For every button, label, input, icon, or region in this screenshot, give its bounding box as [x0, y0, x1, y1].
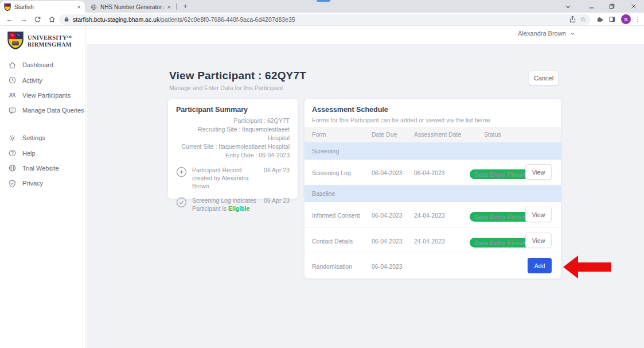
- eligible-status: Eligible: [228, 205, 249, 212]
- chat-bubble-icon: [8, 106, 17, 115]
- table-row-randomisation: Randomisation 06-04-2023 Add: [305, 253, 561, 278]
- profile-avatar[interactable]: S: [621, 14, 631, 24]
- logo-line1: UNIVERSITY: [28, 34, 67, 41]
- table-row-screening-log: Screening Log 06-04-2023 06-04-2023 Data…: [305, 160, 561, 185]
- sidebar-item-settings[interactable]: Settings: [0, 130, 86, 145]
- help-circle-icon: [8, 149, 17, 157]
- timeline-date: 06 Apr 23: [264, 196, 290, 204]
- timeline-date: 06 Apr 23: [264, 166, 290, 173]
- tab-divider: [176, 3, 177, 10]
- forward-button[interactable]: →: [19, 14, 29, 24]
- table-row-informed-consent: Informed Consent 06-04-2023 24-04-2023 D…: [305, 202, 561, 227]
- starfish-favicon-icon: [4, 3, 11, 11]
- bookmark-star-icon[interactable]: ☆: [580, 16, 586, 24]
- lock-icon: [64, 16, 69, 22]
- sidebar-item-privacy[interactable]: Privacy: [0, 176, 86, 191]
- summary-recruiting-site: Recruiting Site : Itaquemolestiaeet Hosp…: [176, 125, 290, 142]
- participant-summary-title: Participant Summary: [176, 106, 290, 114]
- logo-of: OF: [67, 34, 72, 38]
- check-circle-icon: [176, 197, 187, 208]
- timeline-item-screening-eligible: Screening Log indicates Participant is E…: [176, 196, 290, 212]
- plus-circle-icon: [176, 167, 187, 177]
- sidebar-item-view-participants[interactable]: View Participants: [0, 88, 86, 103]
- university-crest-icon: [7, 31, 24, 50]
- assessment-schedule-title: Assessment Schedule: [312, 106, 388, 114]
- window-chevron-button[interactable]: [557, 0, 578, 13]
- sidebar-item-trial-website[interactable]: Trial Website: [0, 161, 86, 176]
- page-subtitle: Manage and Enter Data for this Participa…: [169, 84, 283, 91]
- table-header: Form Date Due Assessment Date Status: [305, 127, 561, 142]
- assessment-schedule-subtitle: Forms for this Participant can be added …: [312, 117, 490, 123]
- browser-menu-icon[interactable]: ⋮: [634, 14, 642, 24]
- back-button[interactable]: ←: [5, 14, 14, 24]
- chevron-down-icon: [570, 31, 575, 36]
- tab-starfish[interactable]: Starfish ×: [0, 1, 85, 13]
- user-name: Alexandra Brown: [518, 30, 566, 37]
- assessment-schedule-card: Assessment Schedule Forms for this Parti…: [305, 99, 561, 279]
- gear-icon: [8, 134, 17, 142]
- sidebar-item-help[interactable]: Help: [0, 145, 86, 160]
- tab-title: Starfish: [14, 4, 74, 10]
- tab-close-icon[interactable]: ×: [77, 4, 81, 10]
- new-tab-button[interactable]: +: [180, 1, 190, 11]
- share-icon[interactable]: [569, 16, 576, 23]
- browser-window: Starfish × NHS Number Generator and Vali…: [0, 0, 644, 348]
- view-button[interactable]: View: [525, 233, 552, 248]
- sidebar-item-manage-data-queries[interactable]: Manage Data Queries: [0, 103, 86, 118]
- add-button[interactable]: Add: [528, 258, 552, 273]
- annotation-arrow-icon: [563, 255, 611, 279]
- tab-close-icon[interactable]: ×: [167, 4, 171, 10]
- view-button[interactable]: View: [525, 164, 552, 180]
- sidebar-item-activity[interactable]: Activity: [0, 72, 86, 87]
- tab-title: NHS Number Generator and Vali: [100, 4, 164, 10]
- tab-nhs-generator[interactable]: NHS Number Generator and Vali ×: [87, 2, 174, 12]
- summary-entry-date: Entry Date : 06-04-2023: [176, 151, 290, 160]
- sidebar-item-dashboard[interactable]: Dashboard: [0, 57, 86, 72]
- view-button[interactable]: View: [525, 207, 552, 222]
- timeline-item-record-created: Participant Record created by Alexandra …: [176, 166, 290, 190]
- home-button[interactable]: [47, 14, 57, 24]
- window-minimize-button[interactable]: [581, 0, 602, 13]
- user-menu[interactable]: Alexandra Brown: [518, 30, 575, 37]
- reload-button[interactable]: [33, 14, 42, 24]
- extensions-icon[interactable]: [594, 14, 604, 24]
- window-restore-button[interactable]: [602, 0, 622, 13]
- side-panel-icon[interactable]: [607, 14, 617, 24]
- home-icon: [8, 61, 17, 69]
- section-row-baseline: Baseline: [305, 185, 561, 202]
- people-icon: [8, 91, 17, 99]
- globe-favicon-icon: [91, 4, 97, 10]
- tab-strip: Starfish × NHS Number Generator and Vali…: [0, 0, 644, 13]
- university-logo: UNIVERSITYOF BIRMINGHAM: [7, 31, 72, 50]
- shield-check-icon: [8, 179, 17, 188]
- address-bar[interactable]: starfish.bctu-staging.bham.ac.uk/patient…: [59, 14, 591, 25]
- summary-participant: Participant : 62QY7T: [176, 117, 290, 125]
- table-row-contact-details: Contact Details 06-04-2023 24-04-2023 Da…: [305, 227, 561, 253]
- window-close-button[interactable]: [623, 0, 644, 13]
- globe-icon: [8, 164, 17, 172]
- participant-summary-card: Participant Summary Participant : 62QY7T…: [168, 99, 298, 199]
- sidebar: UNIVERSITYOF BIRMINGHAM Dashboard Activi…: [0, 26, 86, 348]
- page-title: View Participant : 62QY7T: [169, 69, 306, 82]
- summary-current-site: Current Site : Itaquemolestiaeet Hospita…: [176, 142, 290, 151]
- logo-line2: BIRMINGHAM: [28, 41, 72, 48]
- tab-loading-indicator: [317, 0, 330, 2]
- clock-icon: [8, 76, 17, 84]
- section-row-screening: Screening: [305, 142, 561, 160]
- cancel-button[interactable]: Cancel: [529, 70, 559, 86]
- url-text: starfish.bctu-staging.bham.ac.uk/patient…: [73, 16, 565, 23]
